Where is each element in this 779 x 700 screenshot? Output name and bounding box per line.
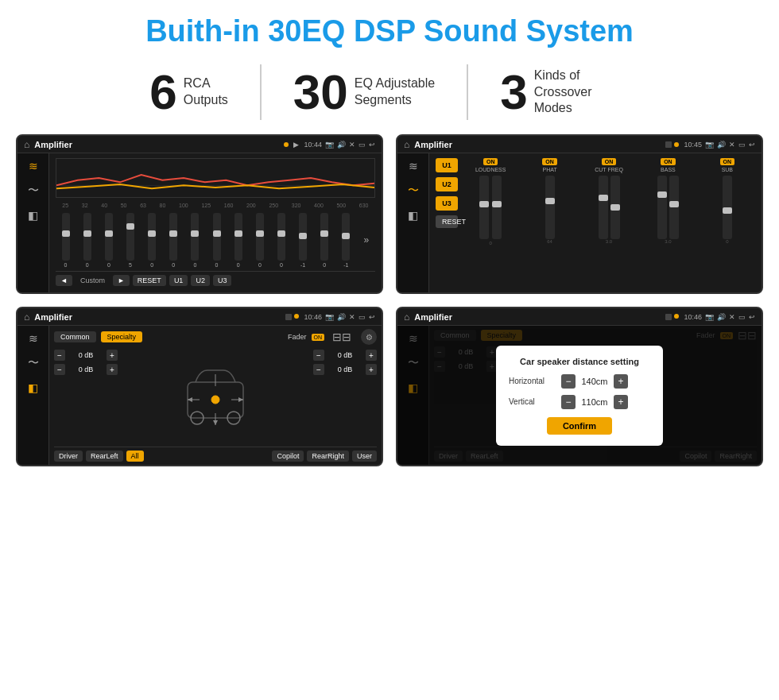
amp2-cutfreq-thumb1[interactable]	[599, 195, 608, 201]
cross-sidebar-wave-icon[interactable]: 〜	[28, 356, 39, 370]
cross-home-icon[interactable]: ⌂	[24, 311, 29, 323]
eq-status-dot	[284, 142, 289, 147]
eq-thumb-11[interactable]	[299, 233, 307, 239]
amp2-bass-slider2[interactable]	[669, 176, 679, 239]
amp2-cutfreq-name: CUT FREQ	[595, 167, 623, 172]
amp2-u1-btn[interactable]: U1	[436, 158, 458, 172]
amp2-u3-btn[interactable]: U3	[436, 196, 458, 211]
eq-track-4[interactable]	[148, 213, 156, 261]
eq-track-3[interactable]	[126, 213, 134, 261]
eq-thumb-6[interactable]	[191, 230, 199, 237]
amp2-bass-thumb1[interactable]	[657, 191, 667, 198]
eq-thumb-9[interactable]	[256, 230, 264, 237]
eq-reset-btn[interactable]: RESET	[133, 275, 166, 286]
eq-track-2[interactable]	[105, 213, 113, 261]
dialog-vertical-minus[interactable]: −	[561, 395, 576, 409]
eq-sidebar-wave-icon[interactable]: 〜	[28, 184, 39, 198]
cross-sidebar-vol-icon[interactable]: ◧	[28, 381, 38, 394]
stat-label-crossover: Kinds ofCrossover Modes	[534, 68, 630, 117]
amp2-loudness-slider2[interactable]	[492, 176, 502, 239]
eq-thumb-8[interactable]	[234, 230, 242, 237]
amp2-sub-on: ON	[720, 158, 735, 165]
amp2-bass-thumb2[interactable]	[669, 201, 679, 207]
dialog-horizontal-plus[interactable]: +	[614, 374, 628, 389]
cross-rearleft-btn[interactable]: RearLeft	[86, 451, 123, 462]
eq-thumb-3[interactable]	[126, 223, 134, 230]
amp2-loudness-thumb1[interactable]	[479, 201, 489, 207]
freq-63: 63	[140, 203, 146, 208]
amp2-cutfreq-thumb2[interactable]	[610, 204, 620, 211]
eq-thumb-1[interactable]	[83, 230, 91, 237]
dialog-home-icon[interactable]: ⌂	[404, 311, 409, 323]
cross-all-btn[interactable]: All	[126, 451, 144, 462]
eq-thumb-2[interactable]	[105, 230, 113, 237]
cross-specialty-tab[interactable]: Specialty	[101, 331, 143, 342]
eq-thumb-13[interactable]	[342, 233, 350, 239]
eq-track-6[interactable]	[191, 213, 199, 261]
cross-copilot-btn[interactable]: Copilot	[272, 451, 304, 462]
amp2-sidebar-wave-icon[interactable]: 〜	[408, 184, 419, 198]
eq-thumb-0[interactable]	[62, 230, 70, 237]
eq-track-0[interactable]	[62, 213, 70, 261]
cross-db3-plus[interactable]: +	[366, 350, 377, 361]
eq-track-12[interactable]	[320, 213, 328, 261]
eq-track-13[interactable]	[342, 213, 350, 261]
eq-sidebar-eq-icon[interactable]: ≋	[29, 160, 38, 172]
amp2-sidebar-eq-icon[interactable]: ≋	[409, 160, 418, 172]
cross-settings-icon[interactable]: ⚙	[361, 329, 377, 345]
amp2-u2-btn[interactable]: U2	[436, 177, 458, 191]
cross-camera-icon: 📷	[325, 313, 334, 321]
cross-sidebar-eq-icon[interactable]: ≋	[29, 332, 38, 345]
eq-u1-btn[interactable]: U1	[169, 275, 188, 286]
cross-rearright-btn[interactable]: RearRight	[307, 451, 349, 462]
eq-track-11[interactable]	[299, 213, 307, 261]
amp2-loudness-slider1[interactable]	[479, 176, 489, 239]
eq-thumb-5[interactable]	[169, 230, 177, 237]
cross-db3-minus[interactable]: −	[313, 350, 324, 361]
cross-db4-minus[interactable]: −	[313, 364, 324, 375]
amp2-sub-thumb[interactable]	[723, 207, 732, 214]
amp2-phat-slider[interactable]	[545, 176, 555, 239]
svg-point-4	[211, 396, 219, 404]
cross-db1-minus[interactable]: −	[54, 350, 65, 361]
amp2-reset-btn[interactable]: RESET	[436, 215, 458, 228]
eq-thumb-12[interactable]	[320, 230, 328, 237]
amp2-sub-slider[interactable]	[723, 176, 732, 239]
eq-track-8[interactable]	[234, 213, 242, 261]
amp2-cutfreq-on: ON	[602, 158, 617, 165]
amp2-bass-slider1[interactable]	[657, 176, 667, 239]
cross-db2-plus[interactable]: +	[107, 364, 118, 375]
eq-next-btn[interactable]: ►	[113, 275, 130, 286]
dialog-vertical-plus[interactable]: +	[614, 395, 628, 409]
eq-track-10[interactable]	[277, 213, 285, 261]
cross-user-btn[interactable]: User	[352, 451, 377, 462]
home-icon[interactable]: ⌂	[24, 139, 29, 150]
eq-track-1[interactable]	[83, 213, 91, 261]
eq-track-7[interactable]	[213, 213, 221, 261]
eq-slider-12: 0	[320, 213, 328, 268]
amp2-cutfreq-slider1[interactable]	[599, 176, 608, 239]
amp2-cutfreq-slider2[interactable]	[610, 176, 620, 239]
cross-db4-plus[interactable]: +	[366, 364, 377, 375]
eq-track-9[interactable]	[256, 213, 264, 261]
eq-u2-btn[interactable]: U2	[191, 275, 210, 286]
eq-sidebar-vol-icon[interactable]: ◧	[28, 209, 38, 222]
amp2-phat-thumb[interactable]	[545, 198, 555, 204]
eq-prev-btn[interactable]: ◄	[56, 275, 72, 286]
amp2-screen: ⌂ Amplifier 10:45 📷 🔊 ✕ ▭ ↩ ≋ 〜 ◧	[396, 134, 763, 294]
cross-db2-minus[interactable]: −	[54, 364, 65, 375]
eq-more-icon[interactable]: »	[364, 234, 370, 246]
amp2-home-icon[interactable]: ⌂	[404, 139, 409, 150]
eq-thumb-4[interactable]	[148, 230, 156, 237]
amp2-sidebar-vol-icon[interactable]: ◧	[408, 209, 418, 222]
cross-db1-plus[interactable]: +	[107, 350, 118, 361]
eq-thumb-7[interactable]	[213, 230, 221, 237]
eq-track-5[interactable]	[169, 213, 177, 261]
dialog-horizontal-minus[interactable]: −	[561, 374, 576, 389]
cross-driver-btn[interactable]: Driver	[54, 451, 83, 462]
amp2-loudness-thumb2[interactable]	[492, 201, 502, 207]
eq-thumb-10[interactable]	[277, 230, 285, 237]
cross-common-tab[interactable]: Common	[54, 331, 96, 342]
eq-u3-btn[interactable]: U3	[213, 275, 232, 286]
confirm-button[interactable]: Confirm	[547, 417, 612, 435]
